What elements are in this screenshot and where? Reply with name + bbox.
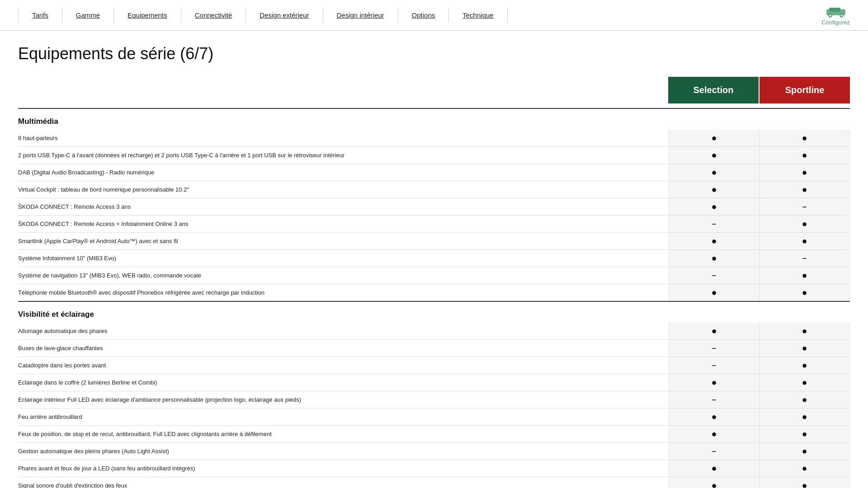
nav-tarifs[interactable]: Tarifs [18, 8, 62, 23]
dot-icon: ● [802, 133, 807, 143]
nav-gamme[interactable]: Gamme [62, 8, 114, 23]
sportline-value: ● [760, 408, 850, 426]
table-row: Virtual Cockpit : tableau de bord numéri… [18, 181, 850, 198]
svg-point-5 [840, 15, 842, 17]
nav-design-ext[interactable]: Design extérieur [246, 8, 323, 23]
feature-name: Eclairage dans le coffre (2 lumières Ber… [18, 374, 669, 391]
section-header-label: Multimédia [18, 108, 850, 130]
selection-value: ● [669, 284, 760, 302]
selection-value: ● [669, 198, 760, 216]
dot-icon: ● [711, 253, 717, 263]
dot-icon: ● [802, 326, 807, 336]
selection-value: – [669, 340, 760, 357]
table-row: Buses de lave-glace chauffantes–● [18, 340, 850, 357]
sportline-value: – [760, 198, 850, 216]
nav-technique[interactable]: Technique [449, 8, 507, 23]
nav-connectivite[interactable]: Connectivité [181, 8, 246, 23]
dash-icon: – [712, 447, 716, 455]
dot-icon: ● [802, 480, 807, 488]
selection-value: ● [669, 164, 760, 181]
table-row: Gestion automatique des pleins phares (A… [18, 443, 850, 460]
dot-icon: ● [711, 377, 717, 387]
dot-icon: ● [802, 150, 807, 160]
dot-icon: ● [711, 463, 717, 473]
feature-name: Eclairage intérieur Full LED avec éclair… [18, 391, 669, 408]
selection-value: ● [669, 323, 760, 340]
feature-name: Catadioptre dans les portes avant [18, 357, 669, 374]
feature-name: ŠKODA CONNECT : Remote Access + Infotain… [18, 216, 669, 233]
selection-value: ● [669, 250, 760, 267]
selection-value: – [669, 357, 760, 374]
table-row: Allumage automatique des phares●● [18, 323, 850, 340]
dot-icon: ● [711, 202, 717, 211]
table-row: Feu arrière antibrouillard●● [18, 408, 850, 426]
table-row: Eclairage intérieur Full LED avec éclair… [18, 391, 850, 408]
table-row: Smartlink (Apple CarPlay® et Android Aut… [18, 233, 850, 250]
feature-name: Feux de position, de stop et de recul, a… [18, 426, 669, 443]
dot-icon: ● [802, 446, 807, 456]
selection-value: ● [669, 181, 760, 198]
feature-name: Feu arrière antibrouillard [18, 408, 669, 426]
feature-name: Signal sonore d'oubli d'extinction des f… [18, 477, 669, 488]
feature-name: Système de navigation 13" (MIB3 Evo), WE… [18, 267, 669, 284]
selection-value: – [669, 391, 760, 408]
feature-name: ŠKODA CONNECT : Remote Access 3 ans [18, 198, 669, 216]
section-header-label: Visibilité et éclairage [18, 301, 850, 323]
sportline-value: ● [760, 284, 850, 302]
sportline-value: – [760, 250, 850, 267]
selection-value: – [669, 267, 760, 284]
feature-name: Virtual Cockpit : tableau de bord numéri… [18, 181, 669, 198]
feature-name: Smartlink (Apple CarPlay® et Android Aut… [18, 233, 669, 250]
selection-value: ● [669, 408, 760, 426]
table-row: DAB (Digital Audio Broadcasting) - Radio… [18, 164, 850, 181]
sportline-value: ● [760, 460, 850, 477]
sportline-value: ● [760, 426, 850, 443]
dot-icon: ● [711, 236, 717, 246]
feature-name: Téléphonie mobile Bluetooth® avec dispos… [18, 284, 669, 302]
svg-point-4 [829, 15, 831, 17]
feature-name: Phares avant et feux de jour à LED (sans… [18, 460, 669, 477]
sportline-value: ● [760, 477, 850, 488]
dash-icon: – [712, 272, 716, 279]
column-header-selection: Selection [668, 77, 759, 103]
selection-value: ● [669, 477, 760, 488]
feature-name: Allumage automatique des phares [18, 323, 669, 340]
table-row: 8 haut-parleurs●● [18, 130, 850, 147]
section-header-row: Visibilité et éclairage [18, 301, 850, 323]
dot-icon: ● [711, 150, 717, 160]
configurez-label: Configurez [821, 19, 850, 26]
sportline-value: ● [760, 391, 850, 408]
dot-icon: ● [711, 412, 717, 422]
table-row: Phares avant et feux de jour à LED (sans… [18, 460, 850, 477]
nav-equipements[interactable]: Equipements [114, 8, 181, 23]
dash-icon: – [802, 254, 807, 262]
configurez-link[interactable]: Configurez [821, 5, 850, 26]
feature-name: Buses de lave-glace chauffantes [18, 340, 669, 357]
sportline-value: ● [760, 340, 850, 357]
dot-icon: ● [802, 343, 807, 353]
dot-icon: ● [802, 429, 807, 439]
column-header-sportline: Sportline [760, 77, 850, 103]
dash-icon: – [802, 203, 807, 211]
feature-name: Gestion automatique des pleins phares (A… [18, 443, 669, 460]
equipment-table: Multimédia8 haut-parleurs●●2 ports USB T… [18, 108, 850, 488]
sportline-value: ● [760, 374, 850, 391]
feature-name: Système Infotainment 10" (MIB3 Evo) [18, 250, 669, 267]
table-row: 2 ports USB Type-C à l'avant (données et… [18, 147, 850, 164]
selection-value: – [669, 216, 760, 233]
dot-icon: ● [802, 167, 807, 177]
nav-options[interactable]: Options [398, 8, 449, 23]
nav-design-int[interactable]: Design intérieur [323, 8, 398, 23]
sportline-value: ● [760, 323, 850, 340]
dot-icon: ● [802, 287, 807, 297]
selection-value: ● [669, 147, 760, 164]
dot-icon: ● [802, 360, 807, 370]
selection-value: ● [669, 374, 760, 391]
table-row: Feux de position, de stop et de recul, a… [18, 426, 850, 443]
sportline-value: ● [760, 147, 850, 164]
table-row: Téléphonie mobile Bluetooth® avec dispos… [18, 284, 850, 302]
sportline-value: ● [760, 130, 850, 147]
dot-icon: ● [711, 287, 717, 297]
selection-value: ● [669, 426, 760, 443]
dot-icon: ● [711, 326, 717, 336]
